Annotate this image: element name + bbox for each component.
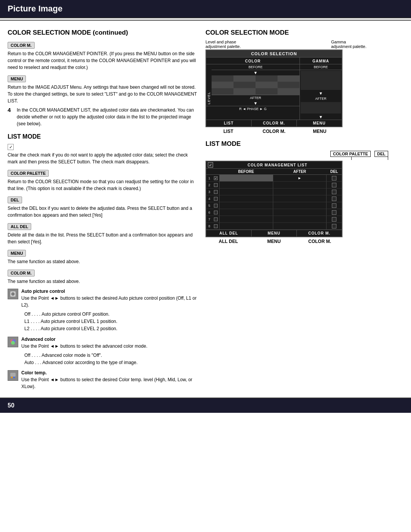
lm-row-del <box>327 183 342 187</box>
badge-color-m: COLOR M. <box>8 42 35 49</box>
grid-row <box>212 75 299 82</box>
color-m-text: Return to the COLOR MANAGEMENT POINTER. … <box>8 50 198 71</box>
svg-point-2 <box>12 293 14 295</box>
lm-row-check <box>212 183 219 187</box>
badge-color-m2: COLOR M. <box>8 270 35 276</box>
color-palette-text: Return to the COLOR SELECTION mode so th… <box>8 178 198 192</box>
right-section2-title: LIST MODE <box>206 140 388 148</box>
color-temp-content: Color temp. Use the Point ◄► buttons to … <box>21 370 198 392</box>
badge-del: DEL <box>8 197 22 203</box>
cs-header-text: COLOR SELECTION <box>251 51 297 56</box>
del-checkbox <box>332 190 336 194</box>
grid-cell <box>278 82 299 88</box>
list-item: Auto . . . Advanced color according to t… <box>24 359 147 366</box>
cs-label-colorm: COLOR M. <box>251 129 297 134</box>
lm-btn-menu[interactable]: MENU <box>252 230 297 236</box>
lm-label-menu: MENU <box>251 239 297 244</box>
cs-before-label: BEFORE <box>212 64 299 70</box>
cs-callout-row: Level and phaseadjustment palette. Gamma… <box>206 40 388 49</box>
cs-label-gamma: Gammaadjustment palette. <box>331 40 388 49</box>
lm-row-del <box>327 210 342 215</box>
auto-picture-content: Auto picture control Use the Point ◄► bu… <box>21 289 198 333</box>
badge-menu: MENU <box>8 75 26 82</box>
page-number-bar: 50 <box>0 398 411 413</box>
badge-color-palette: COLOR PALETTE <box>8 170 49 177</box>
lm-row-check <box>212 197 219 201</box>
lm-col-before: BEFORE <box>219 169 273 174</box>
cs-grid: BEFORE ▼ <box>212 64 299 106</box>
lm-title: COLOR MANAGEMENT LIST <box>215 163 340 167</box>
lm-row-del <box>327 203 342 208</box>
advanced-color-text: Use the Point ◄► buttons to select the a… <box>21 343 147 350</box>
lm-header-check: ✓ <box>208 162 213 168</box>
right-section1-title: COLOR SELECTION MODE <box>206 29 388 37</box>
lm-row-del <box>327 197 342 201</box>
lm-btn-labels-row: ALL DEL MENU COLOR M. <box>206 239 342 244</box>
lm-row-5: 5 <box>206 202 342 209</box>
del-callout: DEL <box>374 151 388 160</box>
cs-btn-list[interactable]: LIST <box>206 120 252 126</box>
del-checkbox <box>332 203 336 208</box>
mini-check <box>214 211 218 214</box>
auto-picture-icon <box>8 289 18 299</box>
menu2-text: The same function as stated above. <box>8 258 198 265</box>
lm-row-after: ► <box>273 175 327 181</box>
list-item: Off . . . . Auto picture control OFF pos… <box>24 311 198 318</box>
grid-row <box>212 82 299 88</box>
cs-btn-labels-row: LIST COLOR M. MENU <box>206 129 342 134</box>
lm-row-1: 1 ✓ ► <box>206 175 342 182</box>
lm-row-before <box>219 195 273 202</box>
lm-row-before <box>219 182 273 188</box>
mini-check <box>214 217 218 221</box>
page-title: Picture Image <box>8 4 62 13</box>
lm-col-after: AFTER <box>273 169 327 174</box>
badge-all-del: ALL DEL <box>8 223 31 230</box>
grid-cell <box>234 88 256 94</box>
callout-line-del <box>388 157 388 160</box>
lm-row-check <box>212 211 219 214</box>
del-checkbox <box>332 210 336 215</box>
grid-cell <box>256 75 278 81</box>
cs-level-label: LEVEL <box>206 64 212 106</box>
advanced-color-list: Off . . . . Advanced color mode is "Off"… <box>24 352 147 366</box>
del-checkbox <box>332 197 336 201</box>
mini-check <box>214 204 218 208</box>
lm-btn-color-m[interactable]: COLOR M. <box>297 230 342 236</box>
cs-btn-color-m[interactable]: COLOR M. <box>252 120 297 126</box>
list-item: L1 . . . . Auto picture control LEVEL 1 … <box>24 318 198 325</box>
svg-point-7 <box>11 377 13 378</box>
lm-row-after <box>273 195 327 202</box>
lm-row-del <box>327 224 342 228</box>
color-temp-label: Color temp. <box>21 370 198 375</box>
cs-phase-row: R ◄ PHASE ► G <box>206 106 299 112</box>
lm-callout-area: COLOR PALETTE DEL <box>206 151 388 160</box>
check-text: Clear the check mark if you do not want … <box>8 152 198 165</box>
svg-point-8 <box>13 377 15 378</box>
advanced-color-content: Advanced color Use the Point ◄► buttons … <box>21 337 147 366</box>
lm-label-color-m: COLOR M. <box>297 239 342 244</box>
lm-row-check <box>212 217 219 221</box>
mini-check <box>214 224 218 228</box>
lm-row-6: 6 <box>206 209 342 216</box>
mini-check <box>214 183 218 187</box>
item-4-number: 4 <box>8 107 14 129</box>
callout-line-palette <box>351 157 352 160</box>
cs-gamma-section: GAMMA BEFORE ▼ AFTER ▼ <box>300 58 342 120</box>
cs-btn-menu[interactable]: MENU <box>297 120 342 126</box>
grid-cell <box>212 88 234 94</box>
lm-row-num: 8 <box>206 224 212 228</box>
cs-label-level-phase: Level and phaseadjustment palette. <box>206 40 331 49</box>
cs-gamma-arrow: ▼ <box>300 91 342 96</box>
lm-btn-all-del[interactable]: ALL DEL <box>206 230 252 236</box>
cs-after-label: AFTER <box>212 95 299 101</box>
cs-diagram: COLOR SELECTION COLOR LEVEL BEFORE ▼ <box>206 50 342 127</box>
cs-gamma-after: AFTER <box>300 96 342 101</box>
lm-row-after <box>273 202 327 209</box>
grid-cell <box>256 82 278 88</box>
grid-cell <box>212 75 234 81</box>
lm-row-before <box>219 209 273 216</box>
lm-row-del <box>327 176 342 181</box>
color-temp-text: Use the Point ◄► buttons to select the d… <box>21 376 198 390</box>
page-number: 50 <box>8 402 14 409</box>
advanced-color-label: Advanced color <box>21 337 147 342</box>
